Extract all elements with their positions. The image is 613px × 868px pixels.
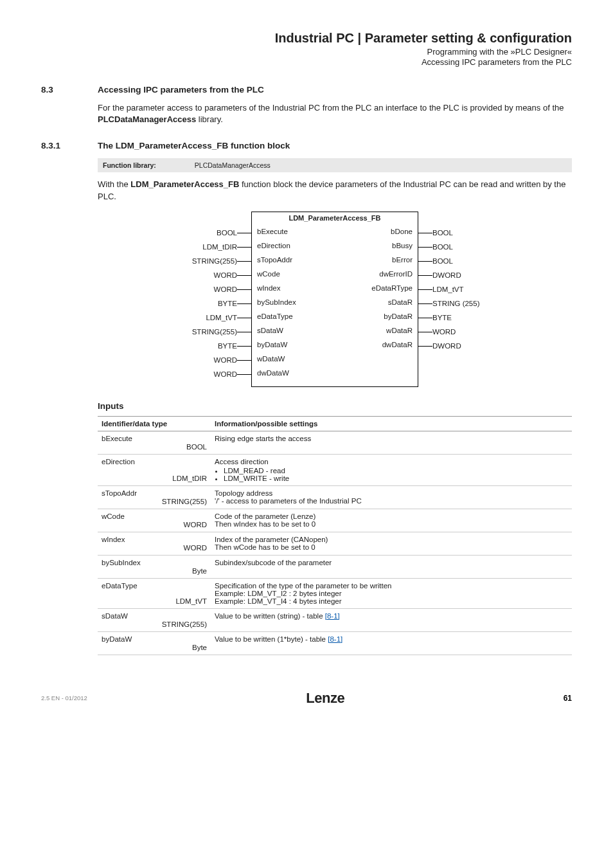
fb-connector [237,256,251,267]
page-footer: 2.5 EN - 01/2012 Lenze 61 [41,690,572,707]
fb-input-name: byDataW [257,341,287,348]
input-datatype: BOOL [148,431,211,454]
para-text-end: library. [196,114,223,124]
fb-port-row: byDataWdwDataR [257,339,413,350]
fb-port-row: bExecutebDone [257,226,413,237]
fb-port-row: dwDataW [257,368,413,379]
input-info: Access directionLDM_READ - readLDM_WRITE… [211,454,572,485]
section-number: 8.3.1 [41,141,80,150]
input-info: Rising edge starts the access [211,431,572,454]
function-library-value: PLCDataManagerAccess [195,161,271,169]
fb-port-row: sDataWwDataR [257,325,413,336]
input-info: Value to be written (1*byte) - table [8-… [211,631,572,655]
input-info: Code of the parameter (Lenze)Then wIndex… [211,509,572,532]
input-identifier: wIndex [98,532,148,555]
info-bullet-list: LDM_READ - readLDM_WRITE - write [215,467,568,482]
fb-output-type: DWORD [432,270,503,281]
table-ref-link[interactable]: [8-1] [325,612,340,620]
section-8-3-1-heading: 8.3.1 The LDM_ParameterAccess_FB functio… [41,141,572,150]
inputs-table: Identifier/data type Information/possibl… [98,416,572,655]
fb-output-type: BYTE [432,312,503,323]
fb-output-type: LDM_tVT [432,284,503,295]
fb-name: LDM_ParameterAccess_FB [130,179,239,189]
function-library-label: Function library: [103,161,156,169]
fb-input-name: wCode [257,270,280,278]
fb-input-name: dwDataW [257,369,289,377]
input-identifier: eDataType [98,578,148,608]
fb-input-name: eDirection [257,242,290,249]
section-number: 8.3 [41,85,80,95]
para-text: For the parameter access to parameters o… [98,103,564,113]
input-datatype: Byte [148,631,211,655]
function-library-bar: Function library: PLCDataManagerAccess [98,158,572,172]
fb-input-name: wDataW [257,355,285,363]
fb-output-name: bError [392,256,413,264]
fb-input-name: eDataType [257,312,293,320]
section-8-3-heading: 8.3 Accessing IPC parameters from the PL… [41,85,572,95]
input-identifier: bySubIndex [98,555,148,578]
info-bullet: LDM_READ - read [224,467,568,475]
fb-port-row: wCodedwErrorID [257,269,413,280]
fb-connector [418,284,432,295]
fb-connector [418,256,432,267]
inputs-col-info: Information/possible settings [211,416,572,431]
page-header: Industrial PC | Parameter setting & conf… [41,31,572,67]
fb-connector [237,312,251,323]
input-datatype: STRING(255) [148,608,211,631]
fb-connector [237,228,251,239]
input-identifier: sDataW [98,608,148,631]
table-row: sDataWSTRING(255)Value to be written (st… [98,608,572,631]
fb-connector [418,327,432,338]
fb-connector [237,242,251,253]
fb-connector [418,298,432,309]
table-ref-link[interactable]: [8-1] [328,635,342,643]
input-identifier: eDirection [98,454,148,485]
fb-output-type: WORD [432,327,503,338]
input-datatype: LDM_tDIR [148,454,211,485]
fb-connector [237,298,251,309]
fb-output-name: dwDataR [382,341,413,348]
fb-input-type: LDM_tVT [166,312,237,323]
section-8-3-1-body: Function library: PLCDataManagerAccess W… [98,158,572,655]
fb-input-type: STRING(255) [166,327,237,338]
fb-output-name: eDataRType [371,284,413,292]
table-row: eDataTypeLDM_tVTSpecification of the typ… [98,578,572,608]
doc-subtitle-1: Programming with the »PLC Designer« [41,47,572,57]
fb-input-name: wIndex [257,284,280,292]
fb-connector [237,341,251,352]
fb-port-row: bySubIndexsDataR [257,297,413,308]
input-datatype: Byte [148,555,211,578]
function-block-diagram: LDM_ParameterAccess_FB BOOLLDM_tDIRSTRIN… [98,212,572,387]
section-8-3-1-paragraph: With the LDM_ParameterAccess_FB function… [98,179,572,202]
input-identifier: bExecute [98,431,148,454]
fb-connector [418,228,432,239]
page-number: 61 [564,694,572,703]
fb-input-type: WORD [166,355,237,366]
fb-input-type: WORD [166,284,237,295]
input-datatype: LDM_tVT [148,578,211,608]
fb-port-row: eDataTypebyDataR [257,311,413,322]
table-row: bExecuteBOOLRising edge starts the acces… [98,431,572,454]
input-info: Subindex/subcode of the parameter [211,555,572,578]
fb-connector [418,341,432,352]
input-datatype: WORD [148,532,211,555]
fb-connector [418,312,432,323]
info-bullet: LDM_WRITE - write [224,475,568,482]
fb-output-type: DWORD [432,341,503,352]
input-info: Value to be written (string) - table [8-… [211,608,572,631]
table-row: eDirectionLDM_tDIRAccess directionLDM_RE… [98,454,572,485]
table-row: wCodeWORDCode of the parameter (Lenze)Th… [98,509,572,532]
fb-input-name: bExecute [257,228,288,235]
lib-name: PLCDataManagerAccess [98,114,196,124]
fb-port-row: wIndexeDataRType [257,283,413,294]
fb-input-type: WORD [166,270,237,281]
fb-output-type: BOOL [432,242,503,253]
fb-output-name: wDataR [386,327,413,334]
fb-input-type: BYTE [166,298,237,309]
table-row: sTopoAddrSTRING(255)Topology address'/' … [98,485,572,509]
input-identifier: byDataW [98,631,148,655]
table-row: bySubIndexByteSubindex/subcode of the pa… [98,555,572,578]
fb-output-name: byDataR [384,312,413,320]
fb-input-name: bySubIndex [257,298,296,306]
section-title: The LDM_ParameterAccess_FB function bloc… [98,141,290,150]
